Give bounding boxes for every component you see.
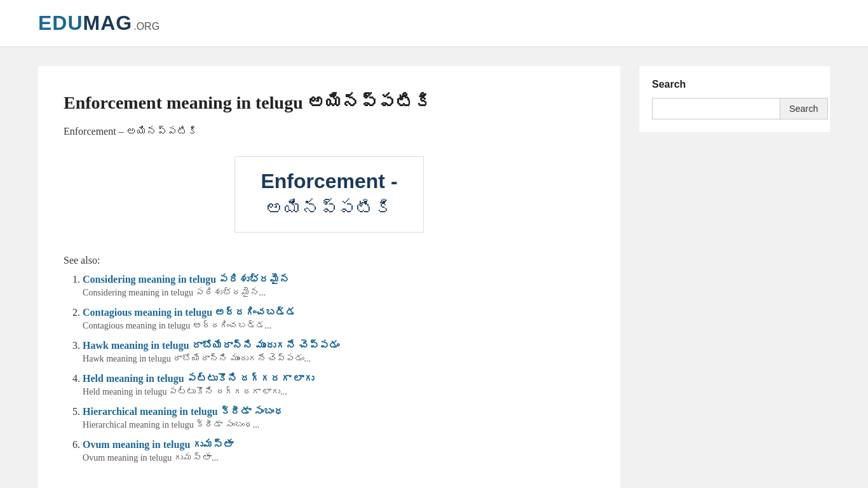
see-also-desc-2: Contagious meaning in telugu అద్దగించబడ్…	[83, 320, 595, 331]
see-also-link-1[interactable]: Considering meaning in telugu పరిశుభ్రమై…	[83, 274, 290, 285]
image-text-telugu: అయినప్పటికి	[261, 198, 397, 219]
list-item: Hierarchical meaning in telugu క్రీడా సం…	[83, 406, 595, 430]
site-header: EDUMAG.ORG	[0, 0, 868, 47]
see-also-link-5[interactable]: Hierarchical meaning in telugu క్రీడా సం…	[83, 406, 284, 417]
see-also-desc-4: Held meaning in telugu పట్టుకొని దగ్గరగా…	[83, 386, 595, 397]
post-title: Enforcement meaning in telugu అయినప్పటిక…	[64, 92, 595, 114]
see-also-label: See also:	[64, 255, 595, 266]
see-also-desc-6: Ovum meaning in telugu గుమస్తా...	[83, 452, 595, 463]
logo-org: .ORG	[133, 21, 159, 32]
see-also-link-6[interactable]: Ovum meaning in telugu గుమస్తా	[83, 439, 233, 450]
list-item: Considering meaning in telugu పరిశుభ్రమై…	[83, 274, 595, 298]
see-also-list: Considering meaning in telugu పరిశుభ్రమై…	[64, 274, 595, 463]
search-widget-title: Search	[652, 79, 817, 90]
image-text-english: Enforcement -	[261, 170, 397, 193]
search-button[interactable]: Search	[780, 98, 828, 119]
see-also-desc-5: Hierarchical meaning in telugu క్రీడా సం…	[83, 419, 595, 430]
see-also-link-4[interactable]: Held meaning in telugu పట్టుకొని దగ్గరగా…	[83, 373, 314, 384]
see-also-desc-3: Hawk meaning in telugu రాబోయేదాన్ని ముంద…	[83, 353, 595, 364]
logo-mag: MAG	[83, 11, 133, 35]
list-item: Held meaning in telugu పట్టుకొని దగ్గరగా…	[83, 373, 595, 397]
see-also-link-3[interactable]: Hawk meaning in telugu రాబోయేదాన్ని ముంద…	[83, 340, 339, 351]
post-subtitle: Enforcement – అయినప్పటికి	[64, 126, 595, 137]
see-also-link-2[interactable]: Contagious meaning in telugu అద్దగించబడ్…	[83, 307, 296, 318]
list-item: Hawk meaning in telugu రాబోయేదాన్ని ముంద…	[83, 340, 595, 364]
see-also-desc-1: Considering meaning in telugu పరిశుభ్రమై…	[83, 287, 595, 298]
search-input[interactable]	[652, 98, 780, 119]
post-image-wrapper: Enforcement - అయినప్పటికి	[64, 156, 595, 233]
post-image: Enforcement - అయినప్పటికి	[234, 156, 423, 233]
logo-edu: EDU	[38, 11, 83, 35]
sidebar: Search Search	[639, 66, 830, 488]
list-item: Contagious meaning in telugu అద్దగించబడ్…	[83, 307, 595, 331]
list-item: Ovum meaning in telugu గుమస్తా Ovum mean…	[83, 439, 595, 463]
page-wrapper: Enforcement meaning in telugu అయినప్పటిక…	[0, 47, 868, 488]
search-widget: Search Search	[639, 66, 830, 132]
main-content: Enforcement meaning in telugu అయినప్పటిక…	[38, 66, 620, 488]
search-form: Search	[652, 98, 817, 119]
site-logo[interactable]: EDUMAG.ORG	[38, 11, 159, 35]
